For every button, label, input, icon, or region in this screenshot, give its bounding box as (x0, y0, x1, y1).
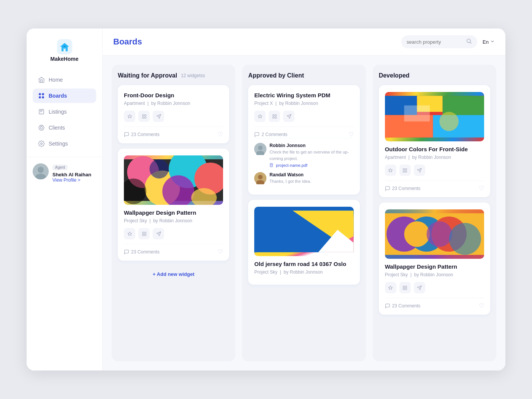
svg-point-12 (38, 167, 44, 173)
svg-rect-16 (144, 114, 146, 116)
sidebar-item-boards[interactable]: Boards (33, 89, 96, 103)
sidebar-item-clients-label: Clients (49, 125, 65, 131)
grid-icon-btn-2[interactable] (138, 228, 150, 239)
file-link-1[interactable]: project-name.pdf (269, 163, 353, 168)
send-icon-btn-5[interactable] (414, 165, 425, 176)
sidebar-nav: Home Boards (27, 73, 102, 152)
sidebar-item-settings-label: Settings (49, 141, 68, 147)
svg-point-63 (404, 221, 429, 247)
card-image-abstract (385, 209, 484, 259)
sidebar-item-settings[interactable]: Settings (33, 136, 96, 151)
card-icons-3 (254, 111, 353, 122)
svg-point-9 (41, 126, 42, 127)
chat-row-1: Robbin Jonnson Check the file to get an … (254, 143, 353, 168)
view-profile-link[interactable]: View Profile > (52, 177, 91, 183)
chat-avatar-2 (254, 172, 266, 184)
card-footer-1: 23 Comments ♡ (124, 127, 223, 138)
svg-rect-35 (275, 117, 276, 118)
board-col-waiting: Waiting for Approval 12 widgetss Front-D… (112, 65, 235, 361)
svg-rect-67 (405, 286, 407, 287)
comment-count-5: 23 Comments (385, 186, 421, 191)
svg-rect-18 (144, 117, 146, 118)
pin-icon-btn-2[interactable] (124, 228, 135, 239)
chat-content-1: Robbin Jonnson Check the file to get an … (269, 143, 353, 168)
sidebar-item-clients[interactable]: Clients (33, 120, 96, 135)
svg-rect-53 (404, 105, 429, 121)
pin-icon-btn-5[interactable] (385, 165, 396, 176)
board-col-developed: Developed (373, 65, 496, 361)
svg-rect-68 (403, 288, 405, 290)
listings-icon (38, 108, 45, 115)
pin-icon-btn-3[interactable] (254, 111, 266, 122)
heart-icon-3[interactable]: ♡ (348, 131, 354, 138)
add-widget-button[interactable]: + Add new widget (118, 268, 229, 281)
sidebar: MakeHome Home (27, 28, 103, 370)
card-front-door: Front-Door Design Apartment | by Robbin … (118, 85, 229, 143)
grid-icon-btn[interactable] (138, 111, 150, 122)
boards-content: Waiting for Approval 12 widgetss Front-D… (103, 55, 505, 370)
search-icon (466, 38, 472, 46)
card-footer-6: 23 Comments ♡ (385, 298, 484, 309)
chat-section-3: Robbin Jonnson Check the file to get an … (254, 138, 353, 185)
svg-rect-27 (149, 159, 169, 179)
grid-icon-btn-5[interactable] (399, 165, 411, 176)
svg-point-54 (439, 112, 459, 131)
card-title-4: Old jersey farm road 14 0367 Oslo (254, 261, 353, 267)
search-input[interactable] (407, 39, 464, 45)
svg-rect-29 (144, 232, 146, 233)
card-meta-6: Project Sky | by Robbin Jonnson (385, 272, 484, 277)
top-bar: Boards En (103, 28, 505, 55)
pin-icon-btn[interactable] (124, 111, 135, 122)
boards-icon (38, 92, 45, 99)
svg-rect-55 (403, 168, 405, 170)
top-right: En (401, 35, 495, 48)
col-title-waiting: Waiting for Approval (118, 72, 177, 79)
col-title-developed: Developed (379, 72, 410, 79)
logo-label: MakeHome (51, 56, 79, 62)
lang-select[interactable]: En (483, 39, 495, 45)
card-title-2: Wallpapger Design Pattern (124, 209, 223, 216)
main-area: Boards En (103, 28, 505, 370)
card-footer-2: 23 Comments ♡ (124, 244, 223, 255)
heart-icon-6[interactable]: ♡ (479, 302, 484, 309)
search-box[interactable] (401, 35, 477, 48)
sidebar-item-home-label: Home (49, 77, 63, 83)
svg-rect-15 (142, 114, 144, 116)
col-title-approved: Approved by Client (248, 72, 304, 79)
home-icon (38, 76, 45, 83)
sidebar-bottom: Agent Shekh Al Raihan View Profile > (27, 157, 102, 183)
col-header-developed: Developed (379, 72, 490, 79)
page-title: Boards (113, 37, 142, 47)
send-icon-btn-6[interactable] (414, 282, 425, 293)
card-image-painting (385, 92, 484, 141)
card-footer-3: 2 Comments ♡ (254, 127, 353, 138)
settings-icon (38, 140, 45, 147)
sidebar-item-home[interactable]: Home (33, 73, 96, 87)
send-icon-btn-3[interactable] (283, 111, 294, 122)
heart-icon-5[interactable]: ♡ (479, 185, 484, 192)
col-badge-waiting: 12 widgetss (181, 73, 205, 78)
card-title-6: Wallpapger Design Pattern (385, 263, 484, 270)
svg-rect-28 (142, 232, 144, 233)
svg-point-64 (426, 221, 452, 247)
card-meta-3: Project X | by Robbin Jonnson (254, 101, 353, 106)
chat-name-2: Randall Watson (269, 172, 353, 177)
grid-icon-btn-3[interactable] (269, 111, 280, 122)
card-title-1: Front-Door Design (124, 92, 223, 98)
svg-rect-4 (39, 97, 41, 98)
col-header-waiting: Waiting for Approval 12 widgetss (118, 72, 229, 79)
send-icon-btn-2[interactable] (153, 228, 164, 239)
board-col-approved: Approved by Client Electric Wiring Syste… (242, 65, 366, 361)
svg-rect-34 (272, 117, 274, 118)
heart-icon-2[interactable]: ♡ (218, 248, 223, 255)
sidebar-item-listings[interactable]: Listings (33, 104, 96, 119)
comment-count-2: 23 Comments (124, 249, 160, 255)
pin-icon-btn-6[interactable] (385, 282, 396, 293)
chevron-down-icon (490, 39, 495, 45)
card-icons-2 (124, 228, 223, 239)
send-icon-btn[interactable] (153, 111, 164, 122)
heart-icon-1[interactable]: ♡ (218, 131, 223, 138)
grid-icon-btn-6[interactable] (399, 282, 411, 293)
card-icons-1 (124, 111, 223, 122)
card-electric-wiring: Electric Wiring System PDM Project X | b… (248, 85, 359, 195)
